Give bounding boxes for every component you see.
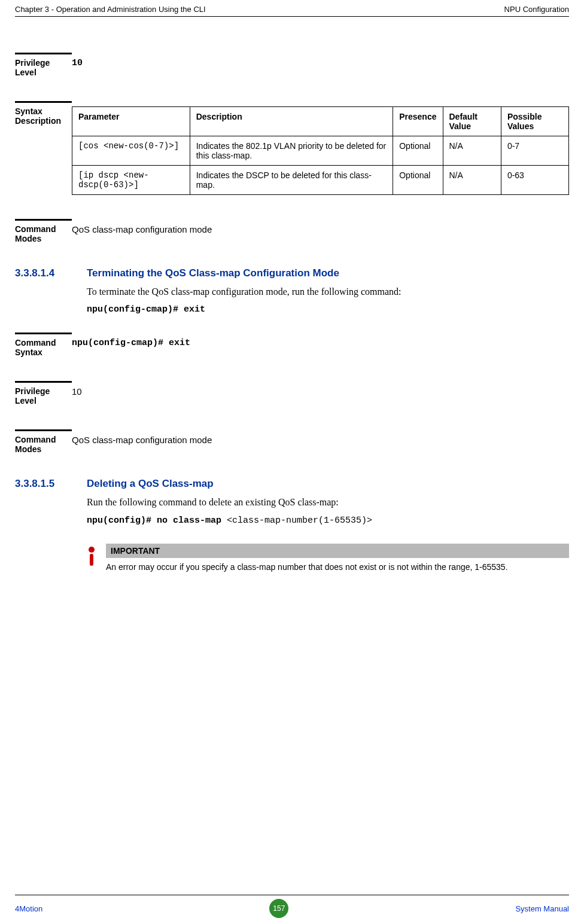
syntax-description-block: Syntax Description Parameter Description… — [15, 101, 569, 195]
section-heading: Deleting a QoS Class-map — [87, 478, 569, 490]
table-header-row: Parameter Description Presence Default V… — [72, 107, 569, 136]
cell-presence: Optional — [393, 166, 443, 195]
command-syntax-label: Command Syntax — [15, 333, 72, 357]
command-modes-block-1: Command Modes QoS class-map configuratio… — [15, 219, 569, 243]
page-header: Chapter 3 - Operation and Administration… — [15, 0, 569, 17]
cell-presence: Optional — [393, 136, 443, 166]
important-title: IMPORTANT — [106, 544, 569, 558]
cell-default: N/A — [443, 136, 501, 166]
th-possible: Possible Values — [501, 107, 568, 136]
cell-desc: Indicates the DSCP to be deleted for thi… — [190, 166, 393, 195]
syntax-description-value: Parameter Description Presence Default V… — [72, 101, 569, 195]
th-default: Default Value — [443, 107, 501, 136]
important-content: IMPORTANT An error may occur if you spec… — [106, 544, 569, 574]
cell-desc: Indicates the 802.1p VLAN priority to be… — [190, 136, 393, 166]
page-number-badge: 157 — [269, 899, 288, 918]
syntax-table: Parameter Description Presence Default V… — [72, 106, 569, 195]
section-heading-row: 3.3.8.1.5 Deleting a QoS Class-map — [15, 478, 569, 490]
command-modes-value: QoS class-map configuration mode — [72, 219, 569, 234]
svg-rect-1 — [90, 554, 93, 566]
syntax-description-label: Syntax Description — [15, 101, 72, 126]
privilege-level-label: Privilege Level — [15, 381, 72, 405]
info-icon — [87, 544, 99, 574]
section-number: 3.3.8.1.4 — [15, 267, 87, 279]
command-code: npu(config-cmap)# exit — [87, 304, 569, 315]
cell-possible: 0-63 — [501, 166, 568, 195]
command-modes-label: Command Modes — [15, 219, 72, 243]
table-row: [cos <new-cos(0-7)>] Indicates the 802.1… — [72, 136, 569, 166]
section-heading: Terminating the QoS Class-map Configurat… — [87, 267, 569, 279]
section-heading-row: 3.3.8.1.4 Terminating the QoS Class-map … — [15, 267, 569, 279]
command-code: npu(config)# no class-map <class-map-num… — [87, 516, 569, 526]
th-description: Description — [190, 107, 393, 136]
privilege-level-block-2: Privilege Level 10 — [15, 381, 569, 405]
command-modes-block-2: Command Modes QoS class-map configuratio… — [15, 429, 569, 454]
th-parameter: Parameter — [72, 107, 190, 136]
cell-param: [ip dscp <new-dscp(0-63)>] — [72, 166, 190, 195]
content-area: Privilege Level 10 Syntax Description Pa… — [15, 17, 569, 573]
command-modes-label: Command Modes — [15, 429, 72, 454]
privilege-level-block-1: Privilege Level 10 — [15, 53, 569, 77]
th-presence: Presence — [393, 107, 443, 136]
important-body: An error may occur if you specify a clas… — [106, 562, 569, 574]
page-footer: 4Motion 157 System Manual — [15, 895, 569, 918]
cell-param: [cos <new-cos(0-7)>] — [72, 136, 190, 166]
header-right: NPU Configuration — [504, 5, 569, 14]
privilege-level-label: Privilege Level — [15, 53, 72, 77]
command-syntax-value: npu(config-cmap)# exit — [72, 333, 569, 348]
section-body: To terminate the QoS class-map configura… — [87, 285, 569, 298]
svg-point-0 — [89, 547, 95, 553]
cell-possible: 0-7 — [501, 136, 568, 166]
command-modes-value: QoS class-map configuration mode — [72, 429, 569, 445]
code-bold: npu(config)# no class-map — [87, 516, 227, 526]
section-number: 3.3.8.1.5 — [15, 478, 87, 490]
table-row: [ip dscp <new-dscp(0-63)>] Indicates the… — [72, 166, 569, 195]
code-plain: <class-map-number(1-65535)> — [227, 516, 372, 526]
privilege-level-value: 10 — [72, 381, 569, 397]
privilege-level-value: 10 — [72, 53, 569, 68]
command-syntax-block: Command Syntax npu(config-cmap)# exit — [15, 333, 569, 357]
header-left: Chapter 3 - Operation and Administration… — [15, 5, 206, 14]
footer-left: 4Motion — [15, 904, 42, 913]
section-body: Run the following command to delete an e… — [87, 496, 569, 509]
footer-right: System Manual — [515, 904, 569, 913]
important-block: IMPORTANT An error may occur if you spec… — [87, 544, 569, 574]
cell-default: N/A — [443, 166, 501, 195]
